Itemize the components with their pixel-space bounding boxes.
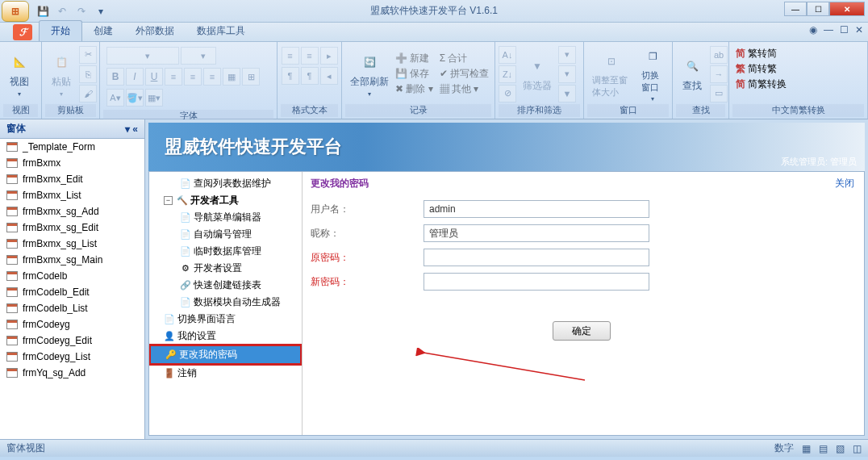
list-item[interactable]: frmBxmx_List <box>0 187 144 203</box>
list-item[interactable]: frmBxmx_Edit <box>0 171 144 187</box>
find-button[interactable]: 🔍查找 <box>676 53 708 94</box>
tree-pane[interactable]: 📄查阅列表数据维护 −🔨开发者工具 📄导航菜单编辑器 📄自动编号管理 📄临时数据… <box>149 172 303 435</box>
list-item[interactable]: frmCodeyg_Edit <box>0 332 144 349</box>
gridlines-icon[interactable]: ⊞ <box>242 68 260 86</box>
tree-node-developer-tools[interactable]: −🔨开发者工具 <box>149 192 302 209</box>
clear-sort-icon[interactable]: ⊘ <box>499 85 516 102</box>
new-password-field[interactable] <box>424 273 649 291</box>
inner-close-icon[interactable]: ✕ <box>855 24 863 36</box>
tree-node-logout[interactable]: 🚪注销 <box>149 365 302 382</box>
align-left-button[interactable]: ≡ <box>165 68 182 86</box>
sort-desc-icon[interactable]: Z↓ <box>499 65 516 83</box>
list-item[interactable]: frmBxmx_sg_Add <box>0 203 144 220</box>
list-item[interactable]: frmBxmx_sg_Main <box>0 252 144 268</box>
spelling-button[interactable]: ✔ 拼写检查 <box>440 67 489 81</box>
font-color-button[interactable]: A▾ <box>106 89 124 107</box>
tab-database-tools[interactable]: 数据库工具 <box>186 21 257 41</box>
tree-node[interactable]: ⚙开发者设置 <box>149 260 302 277</box>
delete-record-button[interactable]: ✖ 删除 ▾ <box>395 82 433 96</box>
tree-node[interactable]: 📄查阅列表数据维护 <box>149 175 302 192</box>
font-family-select[interactable]: ▾ <box>106 47 179 65</box>
tab-external-data[interactable]: 外部数据 <box>124 21 186 41</box>
fill-color-button[interactable]: 🪣▾ <box>126 89 144 107</box>
tree-node[interactable]: 📄自动编号管理 <box>149 226 302 243</box>
advanced-filter-icon[interactable]: ▾ <box>558 65 576 83</box>
underline-button[interactable]: U <box>145 68 163 86</box>
inner-minimize-icon[interactable]: — <box>824 24 833 36</box>
list-item[interactable]: frmYq_sg_Add <box>0 365 144 381</box>
select-icon[interactable]: ▭ <box>710 85 728 102</box>
tree-node[interactable]: 🔗快速创建链接表 <box>149 277 302 294</box>
list-item[interactable]: _Template_Form <box>0 139 144 155</box>
list-item[interactable]: frmBxmx_sg_List <box>0 236 144 252</box>
tree-node[interactable]: 📄导航菜单编辑器 <box>149 209 302 226</box>
view-design-icon[interactable]: ◫ <box>853 443 862 454</box>
qat-save-icon[interactable]: 💾 <box>35 4 50 19</box>
nav-pane-header[interactable]: 窗体▾ « <box>0 119 144 139</box>
tree-node-my-settings[interactable]: 👤我的设置 <box>149 328 302 345</box>
tab-start[interactable]: 开始 <box>39 20 82 41</box>
simp-to-trad-button[interactable]: 繁 简转繁 <box>736 62 777 76</box>
tree-node[interactable]: 📄临时数据库管理 <box>149 243 302 260</box>
form-list[interactable]: _Template_Form frmBxmx frmBxmx_Edit frmB… <box>0 139 144 439</box>
paste-button[interactable]: 📋粘贴▾ <box>45 49 77 99</box>
list-bullet-icon[interactable]: ≡ <box>282 47 299 65</box>
switch-window-button[interactable]: ❐切换窗口▾ <box>636 44 669 104</box>
list-item[interactable]: frmBxmx_sg_Edit <box>0 220 144 236</box>
tree-node[interactable]: 📄数据模块自动生成器 <box>149 294 302 311</box>
format-painter-icon[interactable]: 🖌 <box>79 85 97 102</box>
fit-form-button[interactable]: ⊡调整至窗体大小 <box>587 48 635 100</box>
selection-filter-icon[interactable]: ▾ <box>558 46 576 64</box>
view-datasheet-icon[interactable]: ▤ <box>819 443 828 454</box>
maximize-button[interactable]: ☐ <box>807 2 829 16</box>
list-item[interactable]: frmBxmx <box>0 155 144 171</box>
qat-redo-icon[interactable]: ↷ <box>74 4 89 19</box>
filter-button[interactable]: ▼筛选器 <box>518 53 557 94</box>
trad-to-simp-button[interactable]: 简 繁转简 <box>736 47 777 61</box>
bold-button[interactable]: B <box>106 68 124 86</box>
tab-create[interactable]: 创建 <box>82 21 124 41</box>
alt-fill-button[interactable]: ▦▾ <box>145 89 163 107</box>
grid-icon[interactable]: ▦ <box>223 68 240 86</box>
toggle-filter-icon[interactable]: ▼ <box>558 85 576 102</box>
align-center-button[interactable]: ≡ <box>184 68 202 86</box>
qat-dropdown-icon[interactable]: ▾ <box>94 4 108 19</box>
submit-button[interactable]: 确定 <box>553 321 611 341</box>
cut-icon[interactable]: ✂ <box>79 46 97 64</box>
align-right-button[interactable]: ≡ <box>203 68 221 86</box>
replace-icon[interactable]: ab <box>710 46 728 64</box>
minimize-button[interactable]: — <box>784 2 807 16</box>
view-form-icon[interactable]: ▦ <box>802 443 811 454</box>
goto-icon[interactable]: → <box>710 65 728 83</box>
refresh-all-button[interactable]: 🔄全部刷新▾ <box>345 49 394 99</box>
list-number-icon[interactable]: ≡ <box>301 47 319 65</box>
list-item[interactable]: frmCodelb <box>0 268 144 284</box>
copy-icon[interactable]: ⎘ <box>79 65 97 83</box>
list-item[interactable]: frmCodeyg_List <box>0 349 144 365</box>
inner-restore-icon[interactable]: ☐ <box>840 24 849 36</box>
app-icon[interactable]: ℱ <box>13 24 32 40</box>
ltr-icon[interactable]: ¶ <box>282 67 299 85</box>
italic-button[interactable]: I <box>126 68 144 86</box>
office-orb[interactable]: ⊞ <box>0 0 31 23</box>
indent-icon[interactable]: ▸ <box>320 47 338 65</box>
outdent-icon[interactable]: ◂ <box>320 67 338 85</box>
rtl-icon[interactable]: ¶ <box>301 67 319 85</box>
form-close-link[interactable]: 关闭 <box>835 177 854 190</box>
list-item[interactable]: frmCodeyg <box>0 316 144 332</box>
new-record-button[interactable]: ➕ 新建 <box>395 52 433 65</box>
convert-button[interactable]: 简 简繁转换 <box>736 77 787 91</box>
collapse-icon[interactable]: − <box>164 196 173 205</box>
save-record-button[interactable]: 💾 保存 <box>395 67 433 81</box>
more-button[interactable]: ▦ 其他 ▾ <box>440 82 489 96</box>
sort-asc-icon[interactable]: A↓ <box>499 46 516 64</box>
tree-node-language[interactable]: 📄切换界面语言 <box>149 311 302 328</box>
close-button[interactable]: ✕ <box>829 2 865 16</box>
list-item[interactable]: frmCodelb_Edit <box>0 284 144 300</box>
tree-node-change-password[interactable]: 🔑更改我的密码 <box>149 345 302 365</box>
qat-undo-icon[interactable]: ↶ <box>55 4 69 19</box>
old-password-field[interactable] <box>424 249 649 266</box>
view-layout-icon[interactable]: ▧ <box>836 443 845 454</box>
totals-button[interactable]: Σ 合计 <box>440 52 489 65</box>
font-size-select[interactable]: ▾ <box>181 47 216 65</box>
